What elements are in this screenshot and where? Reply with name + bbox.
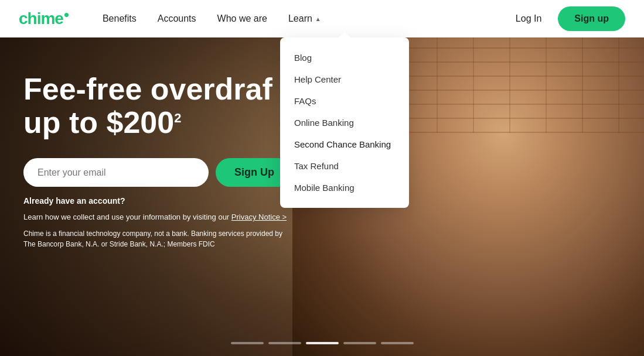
email-input[interactable]: [23, 158, 209, 187]
chevron-down-icon: ▲: [315, 16, 321, 22]
nav-links: Benefits Accounts Who we are Learn ▲: [92, 0, 509, 37]
dropdown-item-online-banking[interactable]: Online Banking: [280, 112, 409, 134]
carousel-dot-0[interactable]: [231, 342, 264, 344]
carousel-dot-4[interactable]: [381, 342, 414, 344]
dropdown-arrow: [339, 32, 350, 37]
hero-legal-text: Chime is a financial technology company,…: [23, 228, 293, 249]
hero-content: Fee-free overdrafup to $2002 Sign Up Alr…: [23, 73, 293, 249]
logo[interactable]: chime: [19, 9, 69, 28]
logo-text: chime: [19, 9, 63, 28]
dropdown-item-help-center[interactable]: Help Center: [280, 69, 409, 90]
hero-title: Fee-free overdrafup to $2002: [23, 73, 293, 139]
login-button[interactable]: Log In: [509, 9, 548, 29]
dropdown-item-blog[interactable]: Blog: [280, 47, 409, 69]
carousel-dot-2[interactable]: [306, 342, 339, 344]
navbar: chime Benefits Accounts Who we are Learn…: [0, 0, 644, 37]
nav-right: Log In Sign up: [509, 6, 625, 31]
hero-account-text: Already have an account?: [23, 196, 293, 206]
nav-item-learn[interactable]: Learn ▲: [278, 0, 332, 37]
dropdown-item-second-chance[interactable]: Second Chance Banking: [280, 134, 409, 155]
logo-dot: [64, 13, 69, 17]
hero-form: Sign Up: [23, 158, 293, 187]
carousel-dots: [231, 342, 414, 344]
nav-item-benefits[interactable]: Benefits: [92, 0, 147, 37]
carousel-dot-3[interactable]: [343, 342, 376, 344]
signup-button-nav[interactable]: Sign up: [558, 6, 625, 31]
hero-privacy-text: Learn how we collect and use your inform…: [23, 213, 293, 221]
privacy-link[interactable]: Privacy Notice >: [231, 213, 287, 221]
nav-item-who-we-are[interactable]: Who we are: [207, 0, 278, 37]
dropdown-item-faqs[interactable]: FAQs: [280, 90, 409, 112]
dropdown-item-tax-refund[interactable]: Tax Refund: [280, 155, 409, 177]
dropdown-item-mobile-banking[interactable]: Mobile Banking: [280, 177, 409, 198]
carousel-dot-1[interactable]: [268, 342, 301, 344]
nav-item-accounts[interactable]: Accounts: [147, 0, 207, 37]
learn-dropdown: Blog Help Center FAQs Online Banking Sec…: [280, 37, 409, 208]
